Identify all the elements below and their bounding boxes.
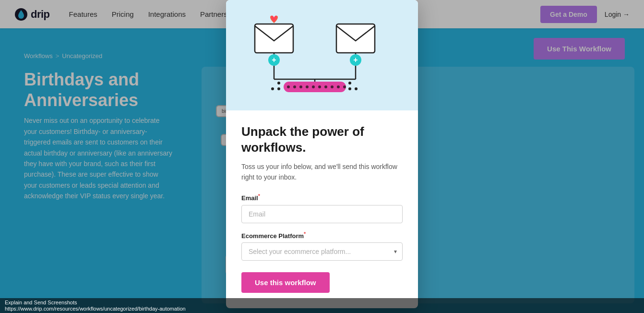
workflow-illustration: + +: [245, 5, 399, 106]
status-line2: https://www.drip.com/resources/workflows…: [5, 306, 639, 312]
svg-point-21: [331, 85, 334, 88]
modal-overlay: + +: [0, 0, 644, 313]
email-input[interactable]: [241, 205, 403, 223]
platform-form-group: Ecommerce Platform* Select your ecommerc…: [241, 231, 403, 261]
svg-rect-1: [255, 24, 293, 53]
svg-point-17: [306, 85, 309, 88]
svg-point-15: [293, 85, 296, 88]
platform-label: Ecommerce Platform*: [241, 231, 403, 240]
svg-text:+: +: [272, 56, 276, 64]
svg-point-18: [312, 85, 315, 88]
platform-select[interactable]: Select your ecommerce platform... Shopif…: [241, 242, 403, 261]
modal-body: Unpack the power of workflows. Toss us y…: [226, 110, 418, 308]
modal-illustration: + +: [226, 0, 418, 110]
svg-point-14: [287, 85, 290, 88]
svg-point-29: [348, 82, 351, 84]
svg-point-26: [348, 87, 351, 90]
svg-point-24: [277, 87, 280, 90]
svg-point-28: [277, 82, 280, 84]
submit-workflow-button[interactable]: Use this workflow: [241, 272, 330, 293]
svg-point-23: [343, 85, 346, 88]
modal-title: Unpack the power of workflows.: [241, 124, 403, 155]
status-line1: Explain and Send Screenshots: [5, 300, 639, 305]
svg-point-19: [318, 85, 321, 88]
svg-point-27: [355, 87, 358, 90]
modal-description: Toss us your info below, and we'll send …: [241, 162, 403, 182]
svg-rect-6: [336, 24, 375, 53]
svg-text:+: +: [353, 56, 358, 64]
svg-point-20: [324, 85, 327, 88]
status-bar: Explain and Send Screenshots https://www…: [0, 298, 644, 313]
svg-point-16: [299, 85, 302, 88]
platform-select-wrap: Select your ecommerce platform... Shopif…: [241, 242, 403, 261]
svg-point-22: [337, 85, 340, 88]
email-form-group: Email*: [241, 193, 403, 223]
email-label: Email*: [241, 193, 403, 202]
svg-point-25: [271, 87, 274, 90]
modal: + +: [226, 0, 418, 308]
